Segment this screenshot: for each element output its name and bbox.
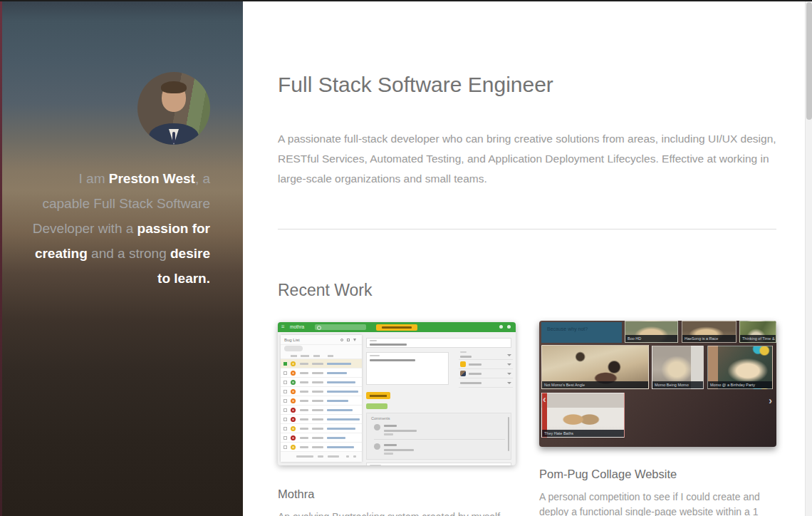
page-scrollbar[interactable] [805, 0, 812, 516]
checkbox-icon[interactable] [283, 408, 287, 412]
chevron-down-icon [507, 382, 511, 384]
chevron-down-icon [507, 373, 511, 375]
assignee-avatar [460, 371, 466, 376]
priority-dot-icon [291, 426, 296, 431]
view-icon [347, 339, 350, 341]
text-skeleton [300, 437, 308, 439]
checkbox-icon[interactable] [283, 371, 287, 375]
scrollbar-thumb [508, 417, 509, 451]
intro-text: I am Preston West, a capable Full Stack … [28, 166, 210, 291]
field-value-skeleton [469, 363, 482, 366]
field-value-skeleton [460, 356, 472, 358]
checkbox-icon[interactable] [283, 418, 287, 421]
text-skeleton [327, 446, 354, 448]
photo-tile: HaeSong is a Race [682, 321, 736, 343]
text-skeleton [312, 437, 323, 439]
bug-row[interactable] [281, 424, 362, 433]
priority-dot-icon [291, 445, 296, 450]
bug-row[interactable] [281, 387, 362, 396]
mothra-thumbnail-link[interactable]: ≡ mothra Bug List [278, 322, 516, 465]
account-icon [507, 325, 511, 329]
mothra-logo: mothra [290, 324, 304, 330]
text-skeleton [318, 455, 323, 458]
prev-page-icon [346, 455, 349, 458]
text-skeleton [327, 391, 358, 393]
bug-row[interactable] [281, 368, 362, 378]
text-skeleton [327, 418, 360, 420]
photo-tile: Thinking of Time & Space [739, 321, 776, 343]
priority-dot-icon [291, 435, 296, 440]
create-bug-button [376, 324, 417, 331]
bell-icon [499, 325, 503, 329]
text-skeleton [312, 446, 323, 448]
project-description: An evolving Bugtracking system created b… [278, 510, 516, 516]
text-skeleton [312, 363, 323, 365]
photo-caption: Thinking of Time & Space [740, 335, 776, 342]
bug-list-header: Bug List [281, 335, 362, 345]
pompug-thumbnail-link[interactable]: Because why not? Boo HD HaeSong is a Rac… [539, 321, 776, 447]
text-skeleton [312, 391, 323, 393]
project-title: Pom-Pug Collage Website [539, 468, 776, 481]
intro-name: Preston West [109, 171, 195, 186]
bug-row[interactable] [281, 415, 362, 424]
search-input [315, 324, 366, 330]
text-skeleton [301, 355, 309, 357]
field-value-skeleton [370, 344, 407, 346]
priority-dot-icon [291, 408, 296, 413]
checkbox-icon[interactable] [283, 436, 287, 440]
field-label-skeleton [370, 340, 377, 341]
photo-caption: Momo Being Momo [652, 381, 703, 388]
carousel-prev-icon: ‹ [543, 394, 546, 404]
assignee-select [459, 369, 513, 378]
carousel-next-icon: › [769, 396, 772, 406]
checkbox-icon[interactable] [283, 445, 287, 449]
checkbox-icon[interactable] [283, 399, 287, 403]
text-skeleton [328, 355, 333, 357]
text-skeleton [300, 391, 308, 393]
bug-row[interactable] [281, 443, 362, 452]
text-skeleton [312, 428, 323, 430]
window-top-edge [0, 0, 812, 1]
bug-row[interactable] [281, 433, 362, 443]
photo-caption: Momo @ a Birthday Party [708, 381, 772, 388]
scrollbar-thumb[interactable] [806, 2, 812, 120]
project-title: Mothra [278, 487, 516, 501]
placeholder-skeleton [370, 465, 381, 465]
next-page-icon [353, 455, 356, 458]
bug-detail-panel: Comments [365, 332, 513, 465]
status-chip [366, 403, 387, 409]
text-skeleton [300, 428, 308, 430]
priority-select [459, 360, 513, 369]
main-content: Full Stack Software Engineer A passionat… [243, 0, 805, 516]
text-skeleton [327, 363, 351, 365]
photo-tile: Momo @ a Birthday Party [707, 346, 773, 389]
checkbox-icon[interactable] [283, 381, 287, 384]
project-card-mothra: ≡ mothra Bug List [278, 321, 516, 516]
bug-row[interactable] [281, 396, 362, 406]
text-skeleton [312, 372, 323, 374]
photo-tile: Momo Being Momo [652, 346, 704, 389]
checkbox-icon[interactable] [283, 390, 287, 393]
table-pagination [281, 452, 362, 460]
text-skeleton [312, 409, 323, 411]
text-skeleton [384, 453, 393, 455]
text-skeleton [296, 455, 313, 458]
text-skeleton [291, 355, 297, 357]
bug-row[interactable] [281, 378, 362, 387]
add-comment-input [366, 463, 511, 465]
chevron-down-icon [507, 363, 511, 366]
text-skeleton [300, 381, 308, 383]
checkbox-icon[interactable] [283, 362, 287, 366]
text-skeleton [300, 363, 308, 365]
photo-tile: Boo HD [625, 321, 678, 343]
text-skeleton [384, 449, 414, 451]
bug-title-field [366, 338, 511, 348]
filter-chip [281, 345, 362, 353]
text-skeleton [327, 400, 348, 402]
text-skeleton [312, 400, 323, 402]
bug-row[interactable] [281, 406, 362, 415]
page: I am Preston West, a capable Full Stack … [0, 0, 812, 516]
bug-row[interactable] [281, 359, 362, 368]
checkbox-icon[interactable] [283, 427, 287, 430]
text-skeleton [300, 446, 308, 448]
